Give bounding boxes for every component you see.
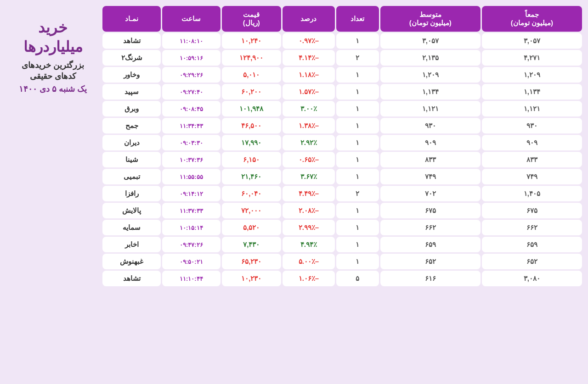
cell-total: ۶۵۲ [482,254,582,269]
cell-total: ۶۷۵ [482,203,582,218]
table-row: ۱,۲۰۹۱,۲۰۹۱–۱.۱۸٪۵,۰۱۰۰۹:۲۹:۲۶وخاور [102,67,582,83]
cell-time: ۰۹:۲۹:۲۶ [162,67,220,83]
cell-time: ۰۹:۱۴:۱۲ [162,186,220,201]
cell-avg: ۱,۲۰۹ [380,67,481,83]
cell-symbol: تبمیی [102,169,161,184]
table-row: ۱,۱۳۴۱,۱۳۴۱–۱.۵۷٪۶۰,۲۰۰۰۹:۲۷:۴۰سپید [102,84,582,100]
cell-symbol: پالایش [102,203,161,218]
col-header-symbol: نمـاد [102,6,161,32]
cell-time: ۰۹:۰۸:۴۵ [162,101,220,117]
table-row: ۶۵۹۶۵۹۱۴.۹۴٪۷,۴۳۰۰۹:۴۷:۲۶اخابر [102,237,582,252]
cell-pct: –۱.۵۷٪ [283,84,335,100]
cell-price: ۱۰,۲۴۰ [222,33,281,49]
cell-avg: ۱,۱۳۴ [380,84,481,100]
sidebar-date: یک شنبه ۵ دی ۱۴۰۰ [19,84,87,94]
cell-pct: –۴.۴۹٪ [283,186,335,201]
cell-pct: –۱.۱۸٪ [283,67,335,83]
cell-count: ۱ [336,33,379,49]
cell-pct: ۲.۹۲٪ [283,135,335,150]
cell-avg: ۶۶۲ [380,220,481,235]
table-section: جمعاً (میلیون تومان)متوسط (میلیون تومان)… [101,5,583,288]
cell-count: ۱ [336,169,379,184]
cell-symbol: رافزا [102,186,161,201]
cell-pct: –۱.۰۶٪ [283,271,335,286]
cell-pct: –۲.۹۹٪ [283,220,335,235]
cell-price: ۱۰۱,۹۴۸ [222,101,281,117]
cell-price: ۱۰,۲۳۰ [222,271,281,286]
cell-avg: ۸۳۳ [380,152,481,167]
cell-price: ۷,۴۳۰ [222,237,281,252]
cell-symbol: شرنگ۲ [102,50,161,66]
cell-price: ۶۰,۰۴۰ [222,186,281,201]
cell-avg: ۶۷۵ [380,203,481,218]
cell-count: ۱ [336,118,379,134]
table-row: ۷۴۹۷۴۹۱۳.۶۷٪۲۱,۴۶۰۱۱:۵۵:۵۵تبمیی [102,169,582,184]
cell-count: ۱ [336,152,379,167]
sidebar: خرید میلیارد‌رها بزرگترین خریدهای کدهای … [5,5,101,99]
cell-total: ۹۰۹ [482,135,582,150]
cell-pct: –۲.۰۸٪ [283,203,335,218]
cell-time: ۱۱:۳۷:۳۳ [162,203,220,218]
cell-pct: –۴.۱۴٪ [283,50,335,66]
cell-avg: ۹۳۰ [380,118,481,134]
cell-price: ۲۱,۴۶۰ [222,169,281,184]
sidebar-sub2: کدهای حقیقی [30,71,76,81]
col-header-pct: درصد [283,6,335,32]
sidebar-title: خرید میلیارد‌رها [9,18,96,56]
cell-avg: ۳,۰۵۷ [380,33,481,49]
table-row: ۳,۰۵۷۳,۰۵۷۱–۰.۹۷٪۱۰,۲۴۰۱۱:۰۸:۱۰تشاهد [102,33,582,49]
col-header-total: جمعاً (میلیون تومان) [482,6,582,32]
table-row: ۱,۱۲۱۱,۱۲۱۱۳.۰۰٪۱۰۱,۹۴۸۰۹:۰۸:۴۵وبرق [102,101,582,117]
cell-total: ۱,۲۰۹ [482,67,582,83]
col-header-price: قیمت (ریال) [222,6,281,32]
main-table: جمعاً (میلیون تومان)متوسط (میلیون تومان)… [101,5,583,288]
cell-symbol: شینا [102,152,161,167]
cell-total: ۶۶۲ [482,220,582,235]
cell-count: ۱ [336,84,379,100]
cell-time: ۱۱:۰۸:۱۰ [162,33,220,49]
cell-total: ۹۳۰ [482,118,582,134]
cell-time: ۰۹:۲۷:۴۰ [162,84,220,100]
cell-pct: ۳.۰۰٪ [283,101,335,117]
cell-symbol: سپید [102,84,161,100]
cell-count: ۲ [336,50,379,66]
cell-time: ۰۹:۰۳:۳۰ [162,135,220,150]
cell-symbol: سمایه [102,220,161,235]
table-row: ۹۰۹۹۰۹۱۲.۹۲٪۱۷,۹۹۰۰۹:۰۳:۳۰دیران [102,135,582,150]
cell-count: ۱ [336,203,379,218]
cell-pct: –۰.۹۷٪ [283,33,335,49]
cell-total: ۷۴۹ [482,169,582,184]
cell-time: ۱۱:۱۰:۴۴ [162,271,220,286]
cell-total: ۱,۱۲۱ [482,101,582,117]
cell-total: ۱,۴۰۵ [482,186,582,201]
cell-time: ۰۹:۴۷:۲۶ [162,237,220,252]
cell-price: ۱۲۴,۹۰۰ [222,50,281,66]
cell-avg: ۱,۱۲۱ [380,101,481,117]
cell-pct: –۱.۳۸٪ [283,118,335,134]
cell-count: ۱ [336,237,379,252]
cell-pct: –۵.۰۰٪ [283,254,335,269]
cell-symbol: تشاهد [102,271,161,286]
cell-avg: ۹۰۹ [380,135,481,150]
cell-total: ۱,۱۳۴ [482,84,582,100]
cell-time: ۰۹:۵۰:۲۱ [162,254,220,269]
cell-pct: ۳.۶۷٪ [283,169,335,184]
cell-price: ۷۲,۰۰۰ [222,203,281,218]
table-row: ۳,۰۸۰۶۱۶۵–۱.۰۶٪۱۰,۲۳۰۱۱:۱۰:۴۴تشاهد [102,271,582,286]
cell-symbol: دیران [102,135,161,150]
cell-time: ۱۱:۵۵:۵۵ [162,169,220,184]
cell-time: ۱۰:۵۹:۱۶ [162,50,220,66]
cell-pct: ۴.۹۴٪ [283,237,335,252]
table-row: ۶۶۲۶۶۲۱–۲.۹۹٪۵,۵۲۰۱۰:۱۵:۱۴سمایه [102,220,582,235]
sidebar-sub1: بزرگترین خریدهای [22,60,84,70]
cell-price: ۵,۰۱۰ [222,67,281,83]
cell-price: ۶۰,۲۰۰ [222,84,281,100]
cell-avg: ۶۵۲ [380,254,481,269]
cell-avg: ۲,۱۳۵ [380,50,481,66]
col-header-count: تعداد [336,6,379,32]
cell-avg: ۷۰۲ [380,186,481,201]
cell-price: ۵,۵۲۰ [222,220,281,235]
cell-total: ۸۳۳ [482,152,582,167]
page-wrapper: جمعاً (میلیون تومان)متوسط (میلیون تومان)… [5,5,583,288]
cell-symbol: جمح [102,118,161,134]
